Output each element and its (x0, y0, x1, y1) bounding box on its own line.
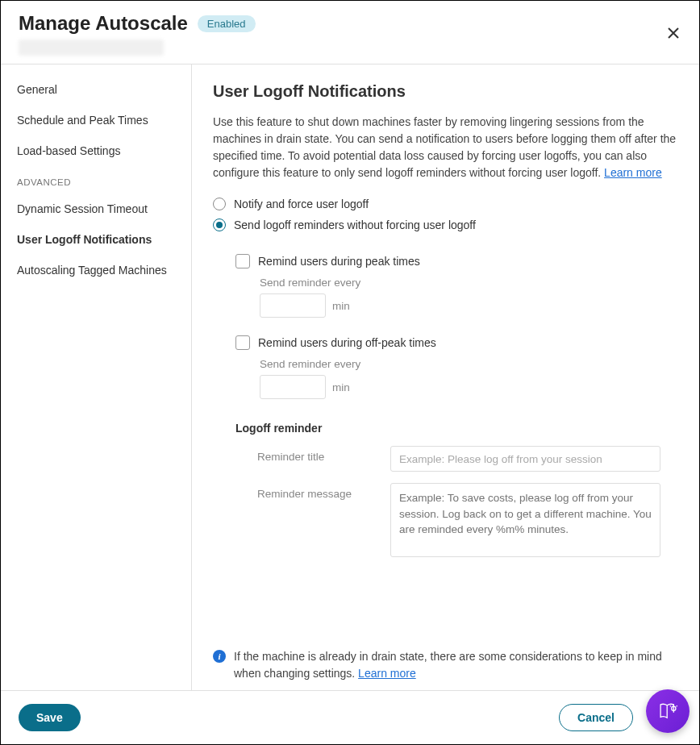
learn-more-link[interactable]: Learn more (604, 166, 662, 179)
logoff-reminder-heading: Logoff reminder (235, 422, 678, 435)
sidebar-item-dynamic-timeout[interactable]: Dynamic Session Timeout (1, 194, 191, 224)
sidebar: General Schedule and Peak Times Load-bas… (1, 65, 192, 690)
info-learn-more-link[interactable]: Learn more (358, 667, 416, 680)
radio-icon (213, 219, 226, 231)
checkbox-label: Remind users during peak times (258, 255, 420, 268)
reminder-message-label: Reminder message (257, 483, 374, 557)
send-reminder-label: Send reminder every (260, 358, 678, 370)
reminder-message-input[interactable] (390, 483, 660, 557)
unit-label: min (332, 300, 350, 312)
status-badge: Enabled (198, 15, 256, 32)
info-text: If the machine is already in drain state… (234, 650, 662, 680)
sidebar-item-user-logoff[interactable]: User Logoff Notifications (1, 224, 191, 255)
checkbox-label: Remind users during off-peak times (258, 336, 436, 349)
page-description: Use this feature to shut down machines f… (213, 114, 678, 181)
dialog-header: Manage Autoscale Enabled (1, 1, 699, 64)
info-icon: i (213, 650, 226, 663)
sidebar-item-load-based[interactable]: Load-based Settings (1, 135, 191, 166)
subtitle-redacted (19, 40, 164, 56)
cancel-button[interactable]: Cancel (559, 704, 633, 731)
radio-send-reminders[interactable]: Send logoff reminders without forcing us… (213, 219, 678, 231)
offpeak-interval-input[interactable] (260, 375, 326, 399)
save-button[interactable]: Save (19, 704, 81, 731)
checkbox-offpeak-row[interactable]: Remind users during off-peak times (235, 335, 678, 350)
close-button[interactable] (664, 23, 683, 43)
radio-label: Notify and force user logoff (234, 198, 369, 210)
checkbox-icon (235, 254, 250, 268)
radio-label: Send logoff reminders without forcing us… (234, 219, 476, 231)
book-lightbulb-icon (657, 701, 678, 722)
dialog-footer: Save Cancel (1, 690, 699, 744)
radio-notify-force[interactable]: Notify and force user logoff (213, 198, 678, 210)
dialog-title: Manage Autoscale (19, 12, 188, 35)
sidebar-item-general[interactable]: General (1, 74, 191, 105)
sidebar-heading-advanced: ADVANCED (1, 166, 191, 194)
checkbox-peak-row[interactable]: Remind users during peak times (235, 254, 678, 268)
radio-icon (213, 198, 226, 210)
page-title: User Logoff Notifications (213, 82, 678, 101)
main-panel: User Logoff Notifications Use this featu… (192, 65, 699, 690)
checkbox-icon (235, 335, 250, 350)
info-note: i If the machine is already in drain sta… (213, 648, 678, 682)
sidebar-item-tagged-machines[interactable]: Autoscaling Tagged Machines (1, 255, 191, 285)
unit-label: min (332, 381, 350, 393)
peak-interval-input[interactable] (260, 293, 326, 318)
manage-autoscale-dialog: Manage Autoscale Enabled General Schedul… (0, 0, 700, 745)
help-fab[interactable] (646, 689, 690, 733)
reminder-title-label: Reminder title (257, 446, 374, 472)
reminder-title-input[interactable] (390, 446, 660, 472)
sidebar-item-schedule[interactable]: Schedule and Peak Times (1, 105, 191, 135)
send-reminder-label: Send reminder every (260, 277, 678, 289)
close-icon (667, 27, 680, 40)
